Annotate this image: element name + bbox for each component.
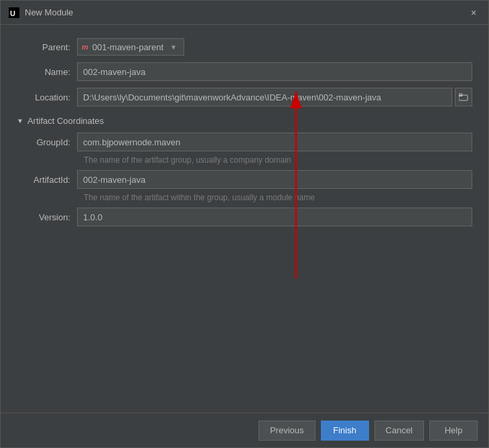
parent-select: m 001-maven-parent ▼ [77, 38, 472, 56]
location-label: Location: [17, 92, 77, 102]
dialog-content: Parent: m 001-maven-parent ▼ Name: Locat… [1, 25, 488, 413]
groupid-hint: The name of the artifact group, usually … [84, 155, 472, 165]
dropdown-arrow-icon: ▼ [170, 44, 177, 51]
collapse-arrow-icon[interactable]: ▼ [17, 117, 23, 125]
name-control [77, 62, 472, 81]
artifactid-hint: The name of the artifact within the grou… [84, 193, 472, 202]
groupid-control [77, 133, 472, 151]
maven-icon: m [82, 43, 88, 51]
intellij-icon: U [9, 7, 19, 18]
close-button[interactable]: × [467, 6, 480, 19]
version-label: Version: [17, 212, 77, 222]
parent-dropdown-value: 001-maven-parent [92, 42, 163, 52]
version-row: Version: [17, 208, 472, 226]
location-control [77, 88, 472, 106]
location-input[interactable] [77, 88, 452, 106]
help-button[interactable]: Help [429, 421, 478, 441]
svg-text:U: U [10, 9, 15, 17]
groupid-input[interactable] [77, 133, 472, 151]
browse-folder-button[interactable] [455, 88, 472, 106]
title-bar-left: U New Module [9, 7, 73, 18]
new-module-dialog: U New Module × Parent: m 001-maven-paren… [0, 0, 489, 448]
artifact-section-title: Artifact Coordinates [27, 116, 104, 126]
name-label: Name: [17, 67, 77, 77]
dialog-footer: Previous Finish Cancel Help [1, 413, 488, 447]
groupid-label: GroupId: [17, 137, 77, 147]
artifactid-control [77, 170, 472, 189]
artifact-fields: GroupId: The name of the artifact group,… [17, 133, 472, 233]
parent-row: Parent: m 001-maven-parent ▼ [17, 38, 472, 56]
title-bar: U New Module × [1, 1, 488, 25]
finish-button[interactable]: Finish [321, 421, 369, 441]
cancel-button[interactable]: Cancel [374, 421, 424, 441]
location-wrapper [77, 88, 472, 106]
parent-dropdown[interactable]: m 001-maven-parent ▼ [77, 38, 184, 56]
location-row: Location: [17, 88, 472, 106]
parent-control: m 001-maven-parent ▼ [77, 38, 472, 56]
artifact-section-header: ▼ Artifact Coordinates [17, 116, 472, 126]
name-row: Name: [17, 62, 472, 81]
dialog-title: New Module [25, 7, 73, 17]
name-input[interactable] [77, 62, 472, 81]
artifactid-input[interactable] [77, 170, 472, 189]
parent-label: Parent: [17, 42, 77, 52]
version-input[interactable] [77, 208, 472, 226]
groupid-row: GroupId: [17, 133, 472, 151]
previous-button[interactable]: Previous [259, 421, 316, 441]
artifactid-row: ArtifactId: [17, 170, 472, 189]
artifactid-label: ArtifactId: [17, 175, 77, 185]
version-control [77, 208, 472, 226]
